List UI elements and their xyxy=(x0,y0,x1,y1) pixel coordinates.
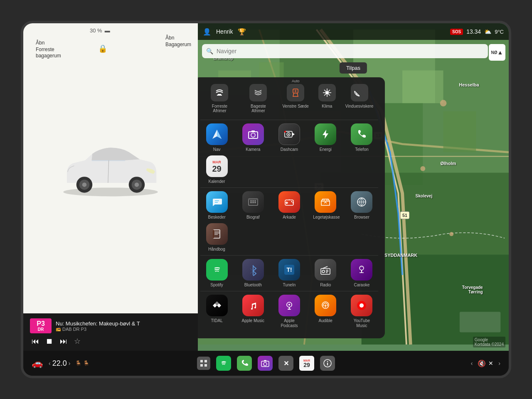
temp-value: 22.0 xyxy=(52,359,67,368)
app-kalender[interactable]: MAR 29 Kalender xyxy=(200,155,233,184)
taskbar-camera-icon[interactable] xyxy=(258,356,273,371)
search-bar[interactable]: 🔍 xyxy=(202,44,488,58)
climate-item-front-defrost[interactable]: Forreste Afrimer xyxy=(205,84,234,113)
taskbar-left: 🚗 ‹ 22.0 › 🪑 🪑 xyxy=(32,358,89,369)
profile-icon: 👤 xyxy=(203,28,211,36)
app-apple-music[interactable]: Apple Music xyxy=(236,295,269,328)
arkade-label: Arkade xyxy=(283,215,296,220)
front-trunk-label[interactable]: ÅbnForrestebagagerum xyxy=(36,40,61,59)
app-telefon[interactable]: Telefon xyxy=(345,123,378,152)
top-bar-icons: SOS 13.34 ⛅ 9°C xyxy=(450,28,504,35)
app-apple-podcasts[interactable]: Apple Podcasts xyxy=(273,295,305,328)
app-audible[interactable]: Audible xyxy=(309,295,342,328)
taskbar-close-icon[interactable]: ✕ xyxy=(278,356,293,371)
climate-item-seat[interactable]: Auto Venstre Sæde xyxy=(282,84,308,108)
svg-point-55 xyxy=(291,201,292,202)
temp-increase-button[interactable]: › xyxy=(69,360,71,367)
volume-control[interactable]: 🔇 ✕ xyxy=(478,360,493,367)
caraoke-label: Caraoke xyxy=(354,283,369,288)
taskbar-car-icon[interactable]: 🚗 xyxy=(32,358,43,369)
stop-button[interactable]: ⏹ xyxy=(46,337,53,346)
taskbar-calendar-icon[interactable]: MAR 29 xyxy=(299,356,314,371)
temp-display: 9°C xyxy=(495,29,504,35)
spotify-label: Spotify xyxy=(210,283,223,288)
prev-button[interactable]: ⏮ xyxy=(32,337,39,346)
app-tunein[interactable]: T! TuneIn xyxy=(273,259,305,288)
apps-row1: Nav Kamera Dashcam xyxy=(200,123,378,184)
app-caraoke[interactable]: Caraoke xyxy=(345,259,378,288)
app-kamera[interactable]: Kamera xyxy=(236,123,269,152)
svg-line-59 xyxy=(289,200,290,200)
app-biograf[interactable]: Biograf xyxy=(236,191,269,220)
climate-item-klima[interactable]: Klima xyxy=(318,84,336,108)
climate-row: Forreste Afrimer Bageste Afrimer Auto xyxy=(200,84,378,113)
handbook-label: Håndbog xyxy=(208,247,225,252)
tunein-icon: T! xyxy=(278,259,300,281)
taskbar-grid-icon[interactable] xyxy=(197,357,210,370)
rear-trunk-label[interactable]: ÅbnBagagerum xyxy=(165,35,191,48)
apple-podcasts-icon xyxy=(278,295,300,316)
app-beskeder[interactable]: Beskeder xyxy=(200,191,233,220)
temp-decrease-button[interactable]: ‹ xyxy=(49,360,51,367)
compass-button[interactable]: NØ ▲ xyxy=(489,44,505,61)
app-spotify[interactable]: Spotify xyxy=(200,259,233,288)
svg-rect-70 xyxy=(213,230,214,238)
svg-rect-94 xyxy=(204,364,207,367)
taskbar-info-icon[interactable] xyxy=(320,356,335,371)
station-badge: P3 DR xyxy=(30,318,52,333)
tilpas-button[interactable]: Tilpas xyxy=(340,62,367,74)
apps-row2: Beskeder Biograf Arkade xyxy=(200,191,378,252)
app-youtube-music[interactable]: YouTube Music xyxy=(345,295,378,328)
bluetooth-label: Bluetooth xyxy=(244,283,262,288)
dashcam-icon xyxy=(278,123,300,145)
radio-icon xyxy=(315,259,336,281)
climate-item-wipers[interactable]: Vinduesviskere xyxy=(345,84,374,108)
music-info: P3 DR Nu: Musikchefen: Makeup-bøvl & T 📻… xyxy=(30,318,191,333)
app-haandbog[interactable]: Håndbog xyxy=(200,223,233,252)
tunein-label: TuneIn xyxy=(283,283,296,288)
svg-point-29 xyxy=(449,232,453,236)
search-input[interactable] xyxy=(217,48,484,54)
svg-point-84 xyxy=(288,304,290,305)
taskbar-spotify-icon[interactable] xyxy=(216,356,231,371)
app-radio[interactable]: Radio xyxy=(309,259,342,288)
handbook-icon xyxy=(206,223,228,245)
favorite-button[interactable]: ☆ xyxy=(74,337,81,346)
front-defrost-icon xyxy=(211,84,228,101)
app-tidal[interactable]: TIDAL xyxy=(200,295,233,328)
beskeder-label: Beskeder xyxy=(208,215,225,220)
svg-rect-51 xyxy=(250,202,252,203)
svg-rect-98 xyxy=(264,360,266,362)
taskbar-next-icon[interactable]: › xyxy=(498,360,500,367)
arkade-icon xyxy=(278,191,300,213)
app-browser[interactable]: Browser xyxy=(345,191,378,220)
seat-icon-2: 🪑 xyxy=(83,360,89,366)
next-button[interactable]: ⏭ xyxy=(60,337,67,346)
app-dashcam[interactable]: Dashcam xyxy=(273,123,305,152)
svg-rect-49 xyxy=(252,200,254,202)
svg-rect-53 xyxy=(254,202,256,203)
svg-text:T!: T! xyxy=(286,266,292,273)
main-area: 30 % ▬ ÅbnForrestebagagerum 🔒 ÅbnBagager… xyxy=(23,23,509,351)
map-city-olholm: Ølholm xyxy=(440,161,456,166)
beskeder-icon xyxy=(206,191,228,213)
app-energi[interactable]: Energi xyxy=(309,123,342,152)
svg-point-56 xyxy=(292,202,293,204)
divider-1 xyxy=(200,120,378,120)
svg-marker-40 xyxy=(292,133,295,136)
svg-rect-91 xyxy=(200,360,203,362)
app-launcher: Forreste Afrimer Bageste Afrimer Auto xyxy=(198,77,385,338)
taskbar-prev-icon[interactable]: ‹ xyxy=(471,360,473,367)
svg-point-77 xyxy=(322,270,325,273)
seat-icon-1: 🪑 xyxy=(75,360,81,366)
app-nav[interactable]: Nav xyxy=(200,123,233,152)
svg-point-101 xyxy=(327,361,328,362)
taskbar-phone-icon[interactable] xyxy=(237,356,252,371)
svg-point-28 xyxy=(420,166,425,171)
sos-badge[interactable]: SOS xyxy=(450,29,463,35)
climate-item-rear-defrost[interactable]: Bageste Afrimer xyxy=(244,84,273,113)
app-bluetooth[interactable]: Bluetooth xyxy=(236,259,269,288)
app-arkade[interactable]: Arkade xyxy=(273,191,305,220)
app-legetoejskasse[interactable]: Legetøjskasse xyxy=(309,191,342,220)
taskbar: 🚗 ‹ 22.0 › 🪑 🪑 ✕ xyxy=(23,351,509,376)
